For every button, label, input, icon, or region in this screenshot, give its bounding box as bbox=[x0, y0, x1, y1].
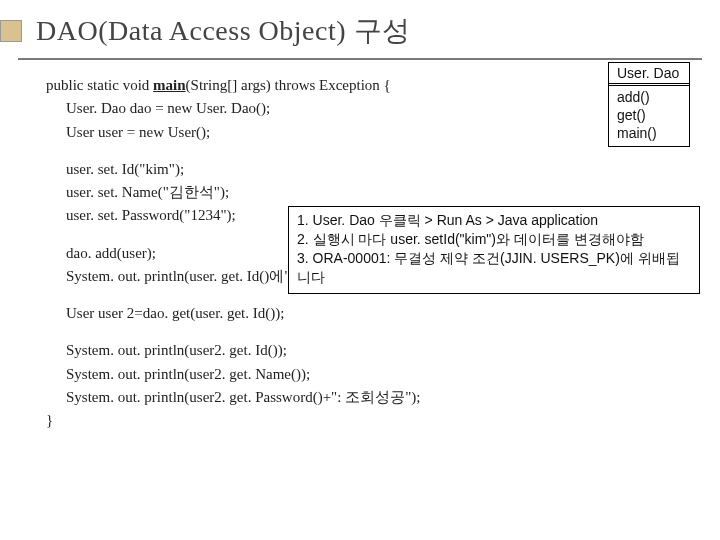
callout-box: 1. User. Dao 우클릭 > Run As > Java applica… bbox=[288, 206, 700, 294]
code-line: User. Dao dao = new User. Dao(); bbox=[46, 97, 692, 120]
slide-title: DAO(Data Access Object) 구성 bbox=[36, 12, 411, 50]
code-line: System. out. println(user2. get. Passwor… bbox=[46, 386, 692, 409]
code-text: public static void bbox=[46, 77, 153, 93]
code-line: user. set. Name("김한석"); bbox=[46, 181, 692, 204]
code-line: public static void main(String[] args) t… bbox=[46, 74, 692, 97]
title-bar: DAO(Data Access Object) 구성 bbox=[18, 0, 702, 60]
slide: DAO(Data Access Object) 구성 User. Dao add… bbox=[0, 0, 720, 540]
code-text: (String[] args) throws Exception { bbox=[186, 77, 391, 93]
code-line: User user 2=dao. get(user. get. Id()); bbox=[46, 302, 692, 325]
callout-line: 3. ORA-00001: 무결성 제약 조건(JJIN. USERS_PK)에… bbox=[297, 249, 691, 287]
code-line: User user = new User(); bbox=[46, 121, 692, 144]
blank-line bbox=[46, 144, 692, 158]
title-bullet-icon bbox=[0, 20, 22, 42]
code-main-keyword: main bbox=[153, 77, 186, 93]
callout-line: 2. 실행시 마다 user. setId("kim")와 데이터를 변경해야함 bbox=[297, 230, 691, 249]
callout-line: 1. User. Dao 우클릭 > Run As > Java applica… bbox=[297, 211, 691, 230]
code-line: } bbox=[46, 409, 692, 432]
blank-line bbox=[46, 325, 692, 339]
code-line: user. set. Id("kim"); bbox=[46, 158, 692, 181]
code-line: System. out. println(user2. get. Id()); bbox=[46, 339, 692, 362]
code-line: System. out. println(user2. get. Name())… bbox=[46, 363, 692, 386]
